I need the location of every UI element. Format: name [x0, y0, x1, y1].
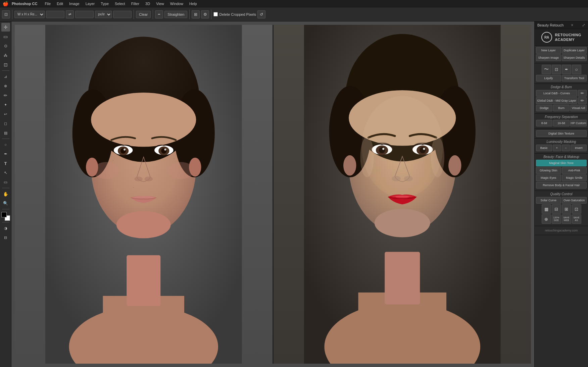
menu-edit[interactable]: Edit: [54, 1, 66, 6]
menu-image[interactable]: Image: [66, 1, 82, 6]
tool-brush[interactable]: ✏: [1, 91, 10, 100]
transform-icon-btn[interactable]: ⊡: [552, 65, 561, 74]
luminosity-plus-button[interactable]: +: [553, 145, 561, 151]
menu-window[interactable]: Window: [167, 1, 186, 6]
luminosity-basic-button[interactable]: Basic: [536, 145, 552, 151]
tool-lasso[interactable]: ⊙: [1, 42, 10, 50]
logo-circle: RA: [541, 32, 552, 43]
settings-icon[interactable]: ⚙: [201, 10, 209, 18]
tool-path-select[interactable]: ↖: [1, 168, 10, 177]
tool-eraser[interactable]: ◻: [1, 119, 10, 128]
delete-pixels-checkbox[interactable]: [213, 12, 218, 16]
svg-point-17: [134, 176, 142, 181]
menu-file[interactable]: File: [42, 1, 53, 6]
bit8-button[interactable]: 8-bit: [536, 120, 552, 126]
straighten-button[interactable]: Straighten: [164, 11, 187, 18]
tool-eyedropper[interactable]: ⊿: [1, 72, 10, 81]
liquify-button[interactable]: Liquify: [536, 75, 561, 82]
pen-tool-icon-btn[interactable]: ✒: [562, 65, 571, 74]
local-db-button[interactable]: Local D&B - Curves: [536, 90, 577, 97]
levels-icon-btn[interactable]: ⊟: [552, 204, 561, 214]
menu-help[interactable]: Help: [187, 1, 200, 6]
luminosity-invert-button[interactable]: Invert: [571, 145, 587, 151]
frequency-btn-row: 8-bit 16-bit HP Custom: [536, 120, 587, 126]
solar-curve-button[interactable]: Solar Curve: [536, 197, 561, 204]
grid-icon-btn[interactable]: ⊞: [562, 204, 571, 214]
local-db-icon-btn[interactable]: ✏: [578, 90, 587, 97]
histogram-icon-btn[interactable]: ▦: [542, 204, 551, 214]
over-saturation-button[interactable]: Over-Saturation: [562, 197, 587, 204]
new-layer-button[interactable]: New Layer: [536, 47, 561, 54]
visual-aid-button[interactable]: Visual Aid: [570, 105, 587, 111]
size-120-btn[interactable]: 120%SIZE: [552, 214, 561, 224]
tool-spot-heal[interactable]: ⊕: [1, 82, 10, 90]
menu-filter[interactable]: Filter: [129, 1, 142, 6]
tool-separator-5: [2, 222, 9, 222]
eyes-smile-row: Magic Eyes Magic Smile: [536, 174, 587, 181]
sharpen-image-button[interactable]: Sharpen Image: [536, 54, 561, 61]
quick-mask-icon[interactable]: ◑: [1, 224, 10, 232]
tool-type[interactable]: T: [1, 159, 10, 168]
panel-close-btn[interactable]: ×: [571, 23, 573, 28]
reset-icon[interactable]: ↺: [257, 10, 265, 18]
anti-pink-button[interactable]: Anti-Pink: [562, 167, 587, 174]
beauty-makeup-label: Beauty: Face & Makeup: [536, 155, 587, 159]
liquify-icon-btn[interactable]: 〜: [542, 65, 551, 74]
tool-dodge[interactable]: ○: [1, 140, 10, 149]
tool-move[interactable]: ✛: [1, 23, 10, 32]
grid-overlay-icon[interactable]: ⊞: [192, 10, 200, 18]
glowing-skin-button[interactable]: Glowing Skin: [536, 167, 561, 174]
tool-gradient[interactable]: ▤: [1, 128, 10, 137]
bit16-button[interactable]: 16-bit: [553, 120, 570, 126]
preset-select[interactable]: W x H x Re...: [14, 11, 45, 18]
foreground-color[interactable]: [1, 212, 7, 217]
menu-type[interactable]: Type: [98, 1, 111, 6]
menu-3d[interactable]: 3D: [143, 1, 153, 6]
magical-skin-tone-button[interactable]: Magical Skin Tone: [536, 160, 587, 166]
clear-button[interactable]: Clear: [136, 11, 151, 18]
global-db-icon-btn[interactable]: ✏: [578, 97, 587, 104]
digital-skin-texture-button[interactable]: Digital Skin Texture: [536, 130, 587, 137]
ellipse-icon-btn[interactable]: ○: [572, 65, 581, 74]
swap-icon[interactable]: ⇌: [66, 10, 74, 18]
crop-icon-btn[interactable]: ⊡: [572, 204, 581, 214]
resolution-input[interactable]: [113, 11, 132, 18]
menu-view[interactable]: View: [153, 1, 167, 6]
save-as-btn[interactable]: SAVEAS: [572, 214, 581, 224]
apple-menu[interactable]: 🍎: [3, 1, 8, 6]
menu-layer[interactable]: Layer: [83, 1, 98, 6]
sharpen-details-button[interactable]: Sharpen Details: [562, 54, 587, 61]
unit-select[interactable]: px/in: [95, 11, 112, 18]
tool-pen[interactable]: ✒: [1, 150, 10, 158]
screen-mode-icon[interactable]: ⊟: [1, 233, 10, 242]
panel-expand-btn[interactable]: ⤢: [582, 23, 585, 28]
width-input[interactable]: [46, 11, 64, 18]
layers-icon-btn[interactable]: ⊕: [542, 214, 551, 224]
save-web-btn[interactable]: SAVEWEB: [562, 214, 571, 224]
tool-hand[interactable]: ✋: [1, 190, 10, 198]
luminosity-section: Luminosity Masking Basic + − Invert: [535, 139, 588, 154]
menu-select[interactable]: Select: [112, 1, 128, 6]
luminosity-minus-button[interactable]: −: [562, 145, 570, 151]
duplicate-layer-button[interactable]: Duplicate Layer: [562, 47, 587, 54]
tool-select-rect[interactable]: ▭: [1, 32, 10, 41]
tool-history-brush[interactable]: ↩: [1, 110, 10, 118]
remove-hair-button[interactable]: Remove Body & Facial Hair: [536, 182, 587, 189]
tool-clone-stamp[interactable]: ✦: [1, 100, 10, 109]
tool-zoom[interactable]: 🔍: [1, 199, 10, 208]
global-db-button[interactable]: Global D&B - Mid Gray Layer: [536, 97, 577, 104]
transform-tool-button[interactable]: Transform Tool: [562, 75, 587, 82]
height-input[interactable]: [75, 11, 94, 18]
tool-rectangle[interactable]: ▭: [1, 178, 10, 187]
foreground-background-colors[interactable]: [1, 212, 10, 221]
dodge-button[interactable]: Dodge: [536, 105, 552, 111]
tool-quick-select[interactable]: ⁂: [1, 51, 10, 60]
photo-after-content: [274, 25, 531, 364]
burn-button[interactable]: Burn: [553, 105, 570, 111]
magic-smile-button[interactable]: Magic Smile: [562, 174, 587, 181]
luminosity-btn-row: Basic + − Invert: [536, 145, 587, 151]
delete-pixels-label[interactable]: Delete Cropped Pixels: [213, 12, 256, 16]
tool-crop[interactable]: ⊡: [1, 60, 10, 69]
magic-eyes-button[interactable]: Magic Eyes: [536, 174, 561, 181]
hp-custom-button[interactable]: HP Custom: [570, 120, 587, 126]
